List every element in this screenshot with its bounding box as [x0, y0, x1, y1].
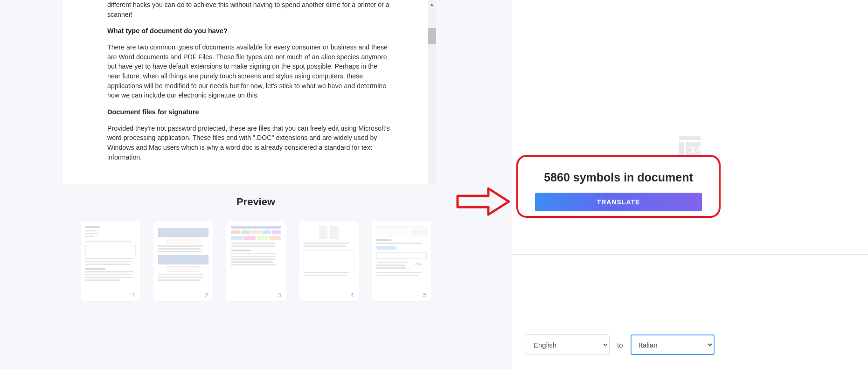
page-number: 1 [132, 292, 135, 299]
document-viewer: different hacks you can do to achieve th… [63, 0, 436, 184]
preview-thumb-3[interactable]: 3 [226, 221, 286, 301]
svg-text:文A: 文A [689, 146, 701, 153]
divider [512, 254, 868, 255]
page-number: 2 [205, 292, 208, 299]
scrollbar-vertical[interactable]: ▲ [428, 0, 436, 184]
preview-thumb-1[interactable]: 1 [81, 221, 140, 301]
heading-signature: Document files for signature [107, 108, 392, 116]
preview-thumb-4[interactable]: 4 [299, 221, 359, 301]
scroll-thumb[interactable] [428, 28, 436, 44]
preview-thumbnails: 1 2 [0, 221, 512, 301]
preview-title: Preview [0, 196, 512, 208]
symbol-count: 5860 symbols in document [535, 171, 702, 184]
heading-doc-type: What type of document do you have? [107, 27, 392, 35]
callout-arrow-icon [456, 187, 511, 218]
source-language-select[interactable]: English [526, 334, 610, 355]
language-selector-row: English to Italian [526, 334, 715, 355]
svg-rect-0 [679, 136, 701, 140]
page-number: 5 [423, 292, 426, 299]
page-number: 4 [350, 292, 354, 299]
to-label: to [617, 341, 623, 349]
preview-thumb-2[interactable]: 2 [153, 221, 213, 301]
paragraph: Provided they're not password protected,… [107, 124, 392, 162]
translate-button[interactable]: TRANSLATE [535, 193, 702, 211]
target-language-select[interactable]: Italian [631, 334, 715, 355]
paragraph: different hacks you can do to achieve th… [107, 0, 392, 19]
translate-panel: 5860 symbols in document TRANSLATE [516, 155, 721, 218]
scroll-up-icon[interactable]: ▲ [428, 0, 436, 8]
preview-thumb-5[interactable]: PDF 5 [372, 221, 431, 301]
preview-section: Preview [0, 184, 512, 301]
page-number: 3 [278, 292, 281, 299]
paragraph: There are two common types of documents … [107, 42, 392, 100]
